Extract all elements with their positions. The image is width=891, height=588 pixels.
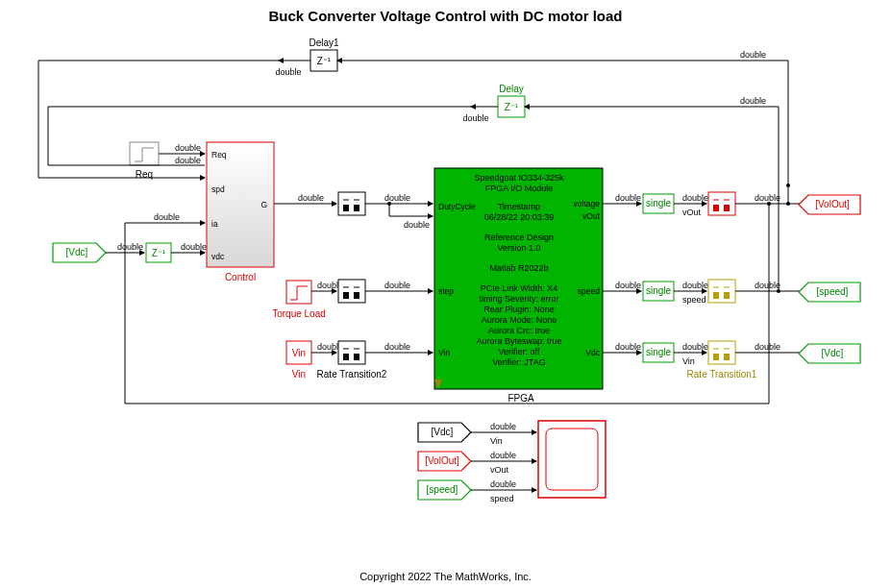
svg-text:Version 1.0: Version 1.0 bbox=[497, 243, 540, 253]
svg-text:speed: speed bbox=[682, 295, 706, 305]
svg-text:double: double bbox=[615, 281, 641, 290]
svg-rect-84 bbox=[724, 354, 730, 360]
svg-text:Aurora Byteswap: true: Aurora Byteswap: true bbox=[476, 336, 561, 346]
svg-point-23 bbox=[387, 202, 391, 206]
svg-text:Vin: Vin bbox=[292, 348, 306, 358]
svg-text:double: double bbox=[755, 342, 780, 352]
svg-text:double: double bbox=[154, 212, 180, 222]
svg-text:Vin: Vin bbox=[438, 348, 450, 357]
svg-text:Reference Design: Reference Design bbox=[484, 233, 554, 242]
svg-text:double: double bbox=[740, 50, 766, 60]
svg-text:speed: speed bbox=[490, 494, 514, 503]
torque-block[interactable] bbox=[286, 281, 311, 304]
rt2-label: Rate Transition2 bbox=[317, 369, 387, 380]
svg-text:Speedgoat IO334-325k: Speedgoat IO334-325k bbox=[474, 173, 564, 183]
svg-text:vdc: vdc bbox=[211, 252, 225, 261]
rate-transition-top[interactable] bbox=[338, 192, 365, 215]
svg-rect-63 bbox=[713, 205, 719, 211]
svg-text:DutyCycle: DutyCycle bbox=[438, 202, 476, 211]
svg-text:double: double bbox=[755, 281, 780, 290]
svg-text:spd: spd bbox=[211, 184, 225, 194]
delay-label: Delay bbox=[499, 84, 524, 94]
svg-rect-33 bbox=[343, 354, 349, 360]
svg-text:step: step bbox=[438, 286, 454, 296]
svg-text:double: double bbox=[384, 342, 410, 352]
svg-rect-62 bbox=[708, 192, 735, 215]
svg-text:double: double bbox=[175, 156, 201, 165]
svg-rect-20 bbox=[343, 205, 349, 211]
svg-text:Matlab R2022b: Matlab R2022b bbox=[489, 263, 548, 273]
svg-text:double: double bbox=[682, 281, 708, 290]
control-label: Control bbox=[225, 272, 256, 282]
svg-text:double: double bbox=[682, 342, 708, 352]
diagram-canvas: Z⁻¹ Delay1 double double Z⁻¹ Delay doubl… bbox=[0, 0, 891, 588]
vin-label: Vin bbox=[292, 369, 306, 380]
svg-text:double: double bbox=[682, 193, 708, 203]
svg-text:Aurora Crc: true: Aurora Crc: true bbox=[488, 326, 550, 335]
svg-text:single: single bbox=[646, 285, 672, 296]
svg-text:vOut: vOut bbox=[682, 208, 702, 217]
svg-text:[VolOut]: [VolOut] bbox=[815, 199, 850, 209]
svg-rect-75 bbox=[724, 292, 730, 299]
svg-text:double: double bbox=[275, 67, 301, 77]
rate-transition2[interactable] bbox=[338, 341, 365, 364]
svg-text:double: double bbox=[615, 342, 641, 352]
torque-label: Torque Load bbox=[272, 308, 326, 319]
svg-text:Vin: Vin bbox=[490, 436, 503, 446]
svg-text:double: double bbox=[615, 193, 641, 203]
svg-rect-34 bbox=[354, 354, 359, 360]
svg-text:[Vdc]: [Vdc] bbox=[822, 348, 844, 358]
svg-point-68 bbox=[767, 202, 771, 206]
svg-text:timing Severity: error: timing Severity: error bbox=[479, 294, 558, 304]
svg-text:double: double bbox=[384, 281, 410, 290]
svg-rect-74 bbox=[713, 292, 719, 299]
svg-rect-97 bbox=[546, 429, 598, 490]
svg-rect-28 bbox=[354, 292, 359, 299]
svg-text:double: double bbox=[181, 242, 207, 252]
rate-transition-out2[interactable] bbox=[708, 280, 735, 303]
rate-transition-out1[interactable] bbox=[708, 192, 735, 215]
svg-text:double: double bbox=[117, 242, 143, 252]
svg-text:double: double bbox=[298, 193, 324, 203]
svg-text:single: single bbox=[646, 347, 672, 357]
svg-text:Z⁻¹: Z⁻¹ bbox=[152, 248, 166, 258]
svg-text:double: double bbox=[490, 451, 516, 460]
svg-text:Req: Req bbox=[211, 150, 227, 159]
svg-rect-64 bbox=[724, 205, 730, 211]
rate-transition-mid[interactable] bbox=[338, 280, 365, 303]
svg-rect-26 bbox=[338, 280, 365, 303]
svg-point-67 bbox=[786, 202, 790, 206]
svg-text:G: G bbox=[260, 200, 267, 209]
req-block[interactable] bbox=[130, 142, 159, 165]
svg-text:Aurora Mode: None: Aurora Mode: None bbox=[482, 315, 557, 325]
svg-text:double: double bbox=[384, 193, 410, 203]
svg-text:Rear Plugin: None: Rear Plugin: None bbox=[483, 305, 555, 314]
svg-text:[Vdc]: [Vdc] bbox=[66, 247, 88, 257]
svg-rect-27 bbox=[343, 292, 349, 299]
svg-text:single: single bbox=[646, 198, 672, 208]
svg-text:vOut: vOut bbox=[490, 465, 509, 475]
svg-text:FPGA I/O Module: FPGA I/O Module bbox=[485, 184, 554, 193]
svg-rect-19 bbox=[338, 192, 365, 215]
svg-text:[speed]: [speed] bbox=[427, 484, 458, 495]
svg-text:double: double bbox=[404, 220, 430, 230]
svg-rect-73 bbox=[708, 280, 735, 303]
scope-block[interactable] bbox=[538, 421, 606, 498]
delay-text: Z⁻¹ bbox=[505, 102, 519, 112]
fpga-label: FPGA bbox=[507, 393, 534, 404]
svg-text:double: double bbox=[490, 479, 516, 489]
svg-text:double: double bbox=[490, 422, 516, 431]
svg-text:06/28/22 20:03:39: 06/28/22 20:03:39 bbox=[484, 212, 555, 222]
svg-text:double: double bbox=[462, 113, 488, 123]
delay1-label: Delay1 bbox=[309, 37, 339, 48]
svg-rect-21 bbox=[354, 205, 359, 211]
svg-text:PCIe Link Width: X4: PCIe Link Width: X4 bbox=[481, 283, 558, 293]
svg-text:voltage: voltage bbox=[574, 199, 601, 208]
svg-text:Verifier: off: Verifier: off bbox=[499, 347, 540, 356]
delay1-text: Z⁻¹ bbox=[317, 56, 332, 66]
svg-text:double: double bbox=[740, 96, 766, 106]
svg-text:vOut: vOut bbox=[582, 211, 601, 221]
svg-text:[speed]: [speed] bbox=[817, 286, 849, 297]
svg-text:Timestamp: Timestamp bbox=[498, 202, 540, 211]
rate-transition1[interactable] bbox=[708, 341, 735, 364]
